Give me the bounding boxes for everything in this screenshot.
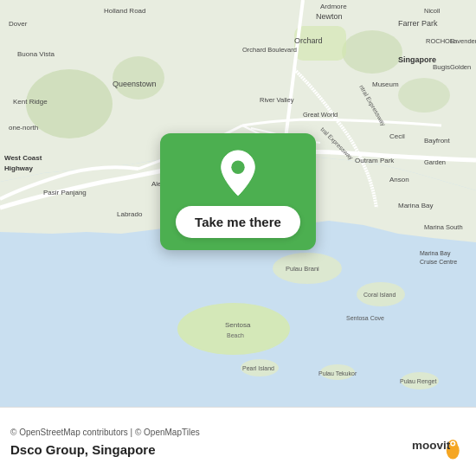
svg-text:Outram Park: Outram Park xyxy=(355,157,395,164)
svg-text:Anson: Anson xyxy=(389,176,409,183)
svg-point-8 xyxy=(177,303,290,355)
map-container[interactable]: Sentosa Beach Pulau Brani Coral Island S… xyxy=(0,0,476,407)
location-pin-icon xyxy=(217,149,259,197)
svg-text:Nicoll: Nicoll xyxy=(424,7,441,15)
svg-text:Highway: Highway xyxy=(4,164,33,172)
svg-point-4 xyxy=(113,56,164,100)
svg-text:Buona Vista: Buona Vista xyxy=(17,50,55,58)
svg-point-63 xyxy=(452,442,454,445)
svg-point-6 xyxy=(398,78,450,113)
svg-text:Cecil: Cecil xyxy=(389,132,405,140)
svg-text:one-north: one-north xyxy=(9,124,38,132)
svg-text:Singapore: Singapore xyxy=(398,55,436,64)
svg-text:Dover: Dover xyxy=(9,20,28,28)
svg-text:Lavender: Lavender xyxy=(450,37,476,45)
svg-text:Labrado: Labrado xyxy=(117,210,143,218)
svg-text:Coral Island: Coral Island xyxy=(363,292,396,298)
location-popup: Take me there xyxy=(160,133,316,250)
svg-text:Garden: Garden xyxy=(424,158,446,166)
svg-text:Newton: Newton xyxy=(316,12,343,21)
svg-text:Sentosa: Sentosa xyxy=(225,321,251,329)
svg-text:Marina Bay: Marina Bay xyxy=(398,202,433,209)
svg-text:Beach: Beach xyxy=(227,332,244,338)
svg-text:Cruise Centre: Cruise Centre xyxy=(420,259,457,265)
svg-text:Museum: Museum xyxy=(372,80,399,88)
take-me-there-button[interactable]: Take me there xyxy=(176,206,300,238)
svg-text:Great World: Great World xyxy=(303,111,338,119)
svg-text:Marina Bay: Marina Bay xyxy=(420,250,451,257)
svg-text:Sentosa Cove: Sentosa Cove xyxy=(346,315,384,321)
svg-text:Bayfront: Bayfront xyxy=(424,137,451,145)
svg-text:Golden: Golden xyxy=(450,63,471,71)
svg-text:Bugis: Bugis xyxy=(433,63,450,71)
svg-text:Pasir Panjang: Pasir Panjang xyxy=(43,189,87,196)
footer-left: © OpenStreetMap contributors | © OpenMap… xyxy=(0,408,400,476)
svg-text:Orchard: Orchard xyxy=(294,36,323,45)
svg-text:River Valley: River Valley xyxy=(260,96,294,104)
moovit-brand-icon: moovit xyxy=(412,425,464,460)
svg-text:Ardmore: Ardmore xyxy=(320,3,347,10)
svg-text:Pearl Island: Pearl Island xyxy=(242,365,274,371)
svg-text:Queenstown: Queenstown xyxy=(113,80,157,88)
svg-text:Kent Ridge: Kent Ridge xyxy=(13,98,48,106)
svg-text:Orchard Boulevard: Orchard Boulevard xyxy=(242,46,297,54)
svg-text:moovit: moovit xyxy=(412,439,451,452)
copyright-text: © OpenStreetMap contributors | © OpenMap… xyxy=(10,428,389,437)
svg-point-59 xyxy=(231,161,244,174)
svg-text:Farrer Park: Farrer Park xyxy=(398,19,438,28)
svg-text:Holland Road: Holland Road xyxy=(104,7,145,15)
place-name: Dsco Group, Singapore xyxy=(10,442,389,457)
footer: © OpenStreetMap contributors | © OpenMap… xyxy=(0,407,476,476)
svg-text:Pulau Brani: Pulau Brani xyxy=(286,265,319,273)
svg-text:Marina South: Marina South xyxy=(424,223,463,231)
svg-point-5 xyxy=(342,30,402,74)
svg-text:West Coast: West Coast xyxy=(4,154,42,162)
moovit-logo[interactable]: moovit xyxy=(400,408,476,476)
svg-text:Pulau Renget: Pulau Renget xyxy=(400,378,436,385)
svg-text:Pulau Tekukor: Pulau Tekukor xyxy=(318,370,357,376)
